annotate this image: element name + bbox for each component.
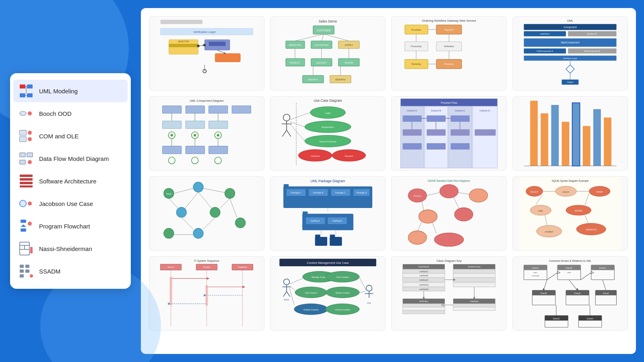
svg-text:condition: condition <box>545 230 553 233</box>
svg-rect-53 <box>209 42 226 46</box>
svg-rect-21 <box>20 160 25 164</box>
diagram-card-9[interactable]: Node <box>149 176 264 251</box>
svg-rect-215 <box>156 177 257 250</box>
diagram-card-6[interactable]: Use Case Diagram Login Registration Sear… <box>270 96 386 171</box>
diagram-card-14[interactable]: Content Management Use Case Admin User M… <box>270 256 386 331</box>
svg-point-29 <box>28 202 32 206</box>
diagram-card-3[interactable]: Ordering Workflow Gateway Web Service Pu… <box>391 16 507 90</box>
svg-text:Column C: Column C <box>455 109 465 112</box>
svg-rect-191 <box>451 115 470 122</box>
sidebar-item-data-flow[interactable]: Data Flow Model Diagram <box>13 147 128 170</box>
program-flowchart-icon <box>19 219 33 233</box>
sidebar-item-jacobson[interactable]: Jacobson Use Case <box>13 192 128 215</box>
svg-rect-207 <box>551 105 559 166</box>
svg-text:Package D: Package D <box>356 191 367 194</box>
ssadm-icon <box>19 264 33 278</box>
diagram-card-12[interactable]: SQLite Syntax Diagram Example SELECT col… <box>512 176 628 251</box>
svg-rect-25 <box>20 182 33 184</box>
svg-text:MainComponent: MainComponent <box>561 41 580 44</box>
svg-text:Login: Login <box>325 112 330 114</box>
svg-point-58 <box>203 44 206 46</box>
svg-text:ClassD: ClassD <box>540 292 547 294</box>
diagram-card-7[interactable]: Process Flow Column A Column B Column C … <box>391 96 507 171</box>
svg-rect-318 <box>205 285 208 305</box>
svg-rect-0 <box>20 84 25 88</box>
svg-text:Response: Response <box>444 63 454 65</box>
sidebar-item-label-flowchart: Program Flowchart <box>39 223 90 230</box>
svg-rect-211 <box>593 109 601 166</box>
svg-marker-31 <box>21 224 26 227</box>
svg-point-33 <box>28 222 32 226</box>
svg-text:Ordering Workflow Gateway Web : Ordering Workflow Gateway Web Service <box>422 19 476 23</box>
svg-point-44 <box>30 274 33 278</box>
svg-text:Payment: Payment <box>345 155 353 157</box>
diagram-card-11[interactable]: IDEFØ Standard Data Flow Diagrams Proces… <box>391 176 507 251</box>
svg-text:ClassC: ClassC <box>599 267 606 269</box>
svg-point-9 <box>28 111 32 115</box>
diagram-card-1[interactable]: Verification Layer SELECTED <box>149 16 264 90</box>
svg-text:SELECT: SELECT <box>530 191 539 193</box>
svg-rect-366 <box>453 274 495 278</box>
svg-text:Connector Arrows & Relations t: Connector Arrows & Relations to UML <box>549 259 592 262</box>
diagram-card-8[interactable] <box>512 96 628 171</box>
svg-text:Checkout: Checkout <box>311 155 320 157</box>
sidebar-item-com-ole[interactable]: COM and OLE <box>13 125 128 147</box>
sidebar-item-uml-modeling[interactable]: UML Modeling <box>13 80 128 102</box>
svg-point-22 <box>28 160 32 164</box>
svg-text:table: table <box>539 210 543 212</box>
svg-rect-365 <box>453 269 495 273</box>
sidebar-item-label-jacobson: Jacobson Use Case <box>39 200 93 207</box>
svg-rect-26 <box>20 185 33 187</box>
svg-text:System: System <box>203 266 210 268</box>
svg-rect-54 <box>215 53 240 62</box>
diagram-card-15[interactable]: Class Diagram Key ClassName +attribute1 … <box>391 256 507 331</box>
sidebar-item-label-booch: Booch OOD <box>39 110 72 117</box>
svg-point-147 <box>217 134 219 136</box>
svg-point-220 <box>176 207 186 217</box>
svg-rect-139 <box>163 121 182 129</box>
diagram-card-5[interactable]: UML Component Diagram <box>149 96 264 171</box>
nassi-icon <box>19 241 33 256</box>
diagram-card-2[interactable]: Sales Demo CUSTOMER MARKETING ACCOUNTING… <box>270 16 386 90</box>
svg-rect-46 <box>160 20 202 24</box>
svg-text:AnotherClass: AnotherClass <box>468 265 481 268</box>
svg-rect-187 <box>473 106 497 168</box>
svg-rect-317 <box>169 277 172 305</box>
svg-rect-377 <box>453 307 495 310</box>
diagram-card-4[interactable]: UML Component «interface» Interface B Ma… <box>512 16 628 90</box>
sidebar-item-label-com: COM and OLE <box>39 133 78 140</box>
svg-rect-17 <box>20 153 25 156</box>
diagram-card-10[interactable]: UML Package Diagram Package A Package B … <box>270 176 386 251</box>
sidebar-item-booch-ood[interactable]: Booch OOD <box>13 102 128 125</box>
svg-point-15 <box>28 137 32 141</box>
svg-point-219 <box>225 188 235 198</box>
jacobson-icon <box>19 196 33 211</box>
svg-point-28 <box>20 200 26 207</box>
svg-rect-205 <box>530 101 538 166</box>
svg-point-269 <box>434 233 464 246</box>
svg-text:CUSTOMER: CUSTOMER <box>316 29 331 32</box>
svg-rect-40 <box>20 269 24 273</box>
svg-rect-372 <box>402 307 445 310</box>
sidebar-item-software-arch[interactable]: Software Architecture <box>13 170 128 192</box>
sidebar-item-label-nassi: Nassi-Shneiderman <box>39 245 92 252</box>
svg-text:ACCOUNTING: ACCOUNTING <box>314 44 328 46</box>
svg-point-267 <box>454 208 473 221</box>
svg-rect-151 <box>163 146 182 154</box>
sidebar-item-program-flowchart[interactable]: Program Flowchart <box>13 215 128 237</box>
svg-rect-254 <box>315 237 327 246</box>
svg-text:ClassA: ClassA <box>532 267 539 269</box>
svg-rect-30 <box>21 220 26 223</box>
svg-text:Component: Component <box>564 26 577 29</box>
svg-text:Admin: Admin <box>284 299 289 301</box>
diagram-card-13[interactable]: IT System Sequence Actor A System Databa… <box>149 256 264 331</box>
booch-ood-icon <box>19 106 33 121</box>
svg-text:User: User <box>367 302 371 304</box>
svg-text:ClassB: ClassB <box>566 267 572 269</box>
svg-rect-197 <box>427 143 446 150</box>
sidebar-item-ssadm[interactable]: SSADM <box>13 260 128 282</box>
diagram-card-16[interactable]: Connector Arrows & Relations to UML Clas… <box>512 256 628 331</box>
main-content: Verification Layer SELECTED <box>141 8 636 354</box>
sidebar-item-nassi[interactable]: Nassi-Shneiderman <box>13 237 128 260</box>
svg-text:Sales Demo: Sales Demo <box>319 19 337 23</box>
